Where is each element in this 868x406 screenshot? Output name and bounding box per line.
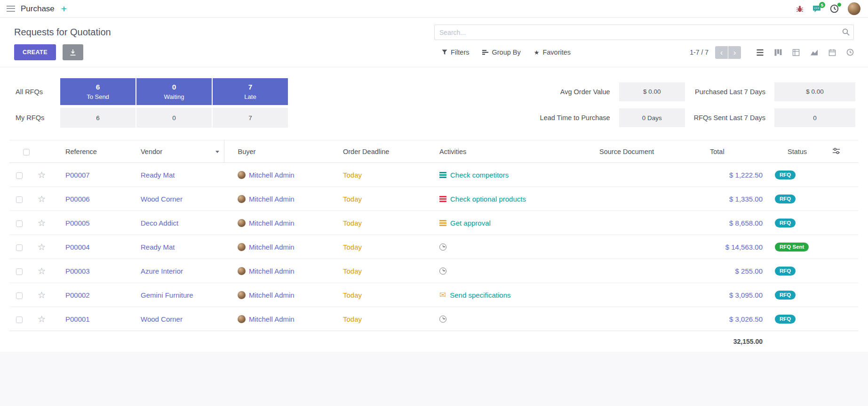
tile-waiting[interactable]: 0 Waiting (136, 78, 212, 105)
table-row[interactable]: ☆ P00006 Wood Corner Mitchell Admin Toda… (9, 187, 859, 211)
favorite-star-icon[interactable]: ☆ (38, 314, 46, 324)
vendor-link[interactable]: Deco Addict (141, 219, 178, 227)
tile-late[interactable]: 7 Late (213, 78, 288, 105)
buyer-link[interactable]: Mitchell Admin (249, 219, 295, 227)
activity-cell[interactable] (439, 316, 585, 323)
filters-label: Filters (451, 49, 469, 56)
buyer-link[interactable]: Mitchell Admin (249, 291, 295, 299)
row-checkbox[interactable] (16, 268, 23, 275)
activity-icon[interactable] (439, 316, 446, 323)
graph-view-icon[interactable] (810, 49, 818, 56)
column-header-total[interactable]: Total (696, 140, 774, 163)
pivot-view-icon[interactable] (792, 49, 800, 56)
reference-link[interactable]: P00004 (65, 243, 90, 251)
buyer-link[interactable]: Mitchell Admin (249, 243, 295, 251)
favorite-star-icon[interactable]: ☆ (38, 194, 46, 204)
column-header-order-deadline[interactable]: Order Deadline (329, 140, 426, 163)
activity-cell[interactable]: ✉ Send specifications (439, 291, 585, 299)
vendor-link[interactable]: Azure Interior (141, 267, 183, 275)
row-checkbox[interactable] (16, 244, 23, 251)
table-row[interactable]: ☆ P00002 Gemini Furniture Mitchell Admin… (9, 283, 859, 307)
group-by-button[interactable]: Group By (482, 49, 520, 56)
search-input[interactable] (434, 24, 854, 40)
user-avatar[interactable] (848, 2, 860, 15)
total-amount: $ 3,026.50 (729, 315, 763, 323)
table-row[interactable]: ☆ P00005 Deco Addict Mitchell Admin Toda… (9, 211, 859, 235)
table-row[interactable]: ☆ P00001 Wood Corner Mitchell Admin Toda… (9, 307, 859, 331)
vendor-link[interactable]: Wood Corner (141, 315, 183, 323)
reference-link[interactable]: P00003 (65, 267, 90, 275)
my-waiting-tile[interactable]: 0 (136, 108, 212, 128)
table-row[interactable]: ☆ P00007 Ready Mat Mitchell Admin Today … (9, 163, 859, 187)
pager-next-button[interactable]: › (728, 46, 741, 59)
kanban-view-icon[interactable] (774, 49, 782, 56)
buyer-link[interactable]: Mitchell Admin (249, 195, 295, 203)
search-icon[interactable] (842, 28, 850, 36)
row-checkbox[interactable] (16, 317, 23, 323)
vendor-link[interactable]: Ready Mat (141, 243, 175, 251)
export-button[interactable] (63, 44, 83, 60)
create-button[interactable]: CREATE (14, 44, 56, 60)
column-header-status[interactable]: Status (774, 140, 819, 163)
table-row[interactable]: ☆ P00003 Azure Interior Mitchell Admin T… (9, 259, 859, 283)
optional-columns-icon[interactable] (832, 147, 840, 154)
tile-to-send[interactable]: 6 To Send (60, 78, 135, 105)
buyer-link[interactable]: Mitchell Admin (249, 171, 295, 179)
pager-previous-button[interactable]: ‹ (715, 46, 728, 59)
row-checkbox[interactable] (16, 292, 23, 299)
favorite-star-icon[interactable]: ☆ (38, 170, 46, 180)
buyer-link[interactable]: Mitchell Admin (249, 267, 295, 275)
favorite-star-icon[interactable]: ☆ (38, 218, 46, 228)
reference-link[interactable]: P00007 (65, 171, 90, 179)
activity-icon[interactable] (439, 268, 446, 275)
reference-link[interactable]: P00006 (65, 195, 90, 203)
table-row[interactable]: ☆ P00004 Ready Mat Mitchell Admin Today … (9, 235, 859, 259)
activity-label[interactable]: Check optional products (450, 195, 526, 203)
activity-label[interactable]: Check competitors (450, 171, 509, 179)
favorite-star-icon[interactable]: ☆ (38, 266, 46, 276)
activity-icon[interactable] (439, 196, 446, 202)
column-header-activities[interactable]: Activities (426, 140, 586, 163)
column-header-source-document[interactable]: Source Document (586, 140, 696, 163)
column-header-reference[interactable]: Reference (52, 140, 127, 163)
reference-link[interactable]: P00001 (65, 315, 90, 323)
calendar-view-icon[interactable] (828, 49, 836, 56)
list-view-icon[interactable] (756, 49, 764, 56)
row-checkbox[interactable] (16, 172, 23, 179)
activity-icon[interactable]: ✉ (439, 291, 446, 299)
activity-icon[interactable] (439, 220, 446, 226)
reference-link[interactable]: P00005 (65, 219, 90, 227)
activity-view-icon[interactable] (846, 49, 854, 56)
vendor-link[interactable]: Gemini Furniture (141, 291, 193, 299)
column-header-buyer[interactable]: Buyer (224, 140, 329, 163)
activity-label[interactable]: Send specifications (450, 291, 510, 299)
reference-link[interactable]: P00002 (65, 291, 90, 299)
debug-bug-icon[interactable] (796, 5, 804, 13)
activity-cell[interactable]: Check competitors (439, 171, 585, 179)
activity-cell[interactable]: Get approval (439, 219, 585, 227)
row-checkbox[interactable] (16, 196, 23, 203)
activity-icon[interactable] (439, 172, 446, 178)
my-late-tile[interactable]: 7 (213, 108, 288, 128)
vendor-link[interactable]: Ready Mat (141, 171, 175, 179)
filters-button[interactable]: Filters (442, 49, 469, 56)
buyer-link[interactable]: Mitchell Admin (249, 315, 295, 323)
select-all-checkbox[interactable] (23, 149, 30, 155)
messages-icon[interactable]: 5 (812, 5, 821, 13)
favorite-star-icon[interactable]: ☆ (38, 242, 46, 252)
column-header-vendor[interactable]: Vendor (127, 140, 224, 163)
new-plus-icon[interactable]: + (61, 4, 67, 14)
favorite-star-icon[interactable]: ☆ (38, 290, 46, 300)
activities-clock-icon[interactable] (830, 4, 839, 13)
app-name[interactable]: Purchase (21, 4, 55, 14)
activity-label[interactable]: Get approval (450, 219, 491, 227)
row-checkbox[interactable] (16, 220, 23, 227)
favorites-button[interactable]: ★ Favorites (534, 49, 571, 56)
activity-cell[interactable]: Check optional products (439, 195, 585, 203)
activity-icon[interactable] (439, 244, 446, 251)
activity-cell[interactable] (439, 244, 585, 251)
my-to-send-tile[interactable]: 6 (60, 108, 135, 128)
vendor-link[interactable]: Wood Corner (141, 195, 183, 203)
activity-cell[interactable] (439, 268, 585, 275)
apps-menu-icon[interactable] (7, 6, 15, 12)
